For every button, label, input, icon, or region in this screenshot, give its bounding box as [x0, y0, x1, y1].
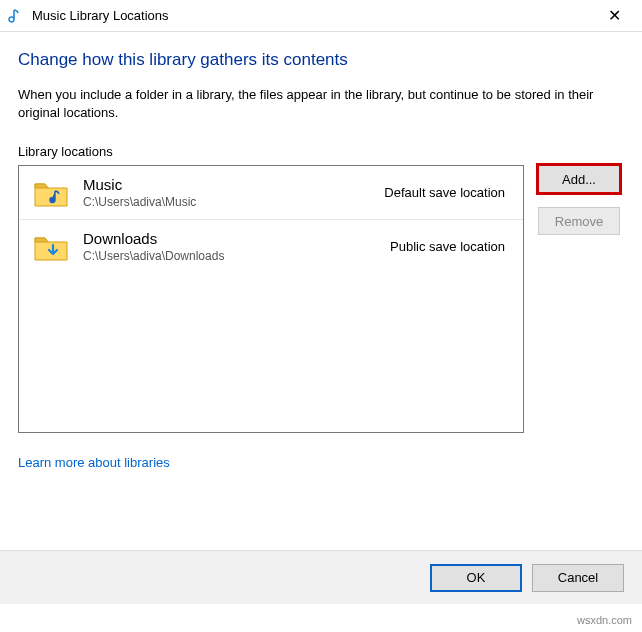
titlebar: Music Library Locations ✕ [0, 0, 642, 32]
location-item[interactable]: Downloads C:\Users\adiva\Downloads Publi… [19, 220, 523, 273]
dialog-footer: OK Cancel [0, 550, 642, 604]
location-name: Music [83, 176, 384, 193]
location-item[interactable]: Music C:\Users\adiva\Music Default save … [19, 166, 523, 220]
location-tag: Default save location [384, 185, 505, 200]
window-title: Music Library Locations [32, 8, 594, 23]
music-folder-icon [33, 178, 69, 208]
close-button[interactable]: ✕ [594, 6, 634, 25]
ok-button[interactable]: OK [430, 564, 522, 592]
watermark: wsxdn.com [577, 614, 632, 626]
dialog-heading: Change how this library gathers its cont… [18, 50, 620, 70]
location-path: C:\Users\adiva\Downloads [83, 249, 390, 263]
cancel-button[interactable]: Cancel [532, 564, 624, 592]
downloads-folder-icon [33, 232, 69, 262]
remove-button[interactable]: Remove [538, 207, 620, 235]
add-button[interactable]: Add... [538, 165, 620, 193]
dialog-description: When you include a folder in a library, … [18, 86, 620, 122]
music-app-icon [8, 8, 24, 24]
location-tag: Public save location [390, 239, 505, 254]
learn-more-link[interactable]: Learn more about libraries [18, 455, 170, 470]
locations-label: Library locations [18, 144, 620, 159]
locations-listbox[interactable]: Music C:\Users\adiva\Music Default save … [18, 165, 524, 433]
dialog-content: Change how this library gathers its cont… [0, 32, 642, 480]
location-name: Downloads [83, 230, 390, 247]
location-path: C:\Users\adiva\Music [83, 195, 384, 209]
